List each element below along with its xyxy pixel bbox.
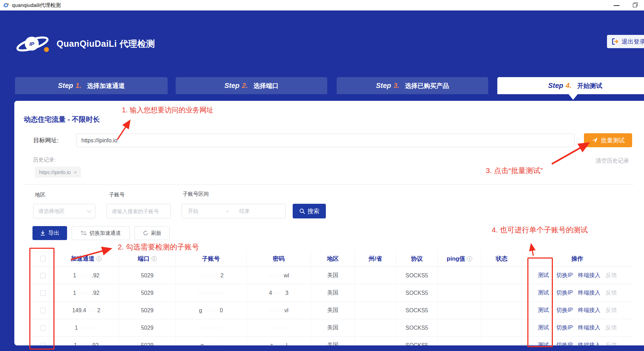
col-account: 子账号	[176, 251, 247, 267]
cell-state	[355, 337, 396, 345]
cell-channel: 1·······.92	[54, 284, 119, 302]
search-label: 搜索	[308, 207, 320, 215]
terminal-access-link[interactable]: 终端接入	[578, 342, 600, 345]
switch-ip-link[interactable]: 切换IP	[556, 289, 573, 297]
cell-region: 美国	[311, 319, 355, 337]
cell-protocol: SOCKS5	[396, 302, 438, 319]
clear-history-link[interactable]: 清空历史记录	[595, 157, 629, 165]
col-state: 州/省	[355, 251, 396, 267]
col-channel: 加速通道i	[54, 251, 119, 267]
highlight-rect-test-column	[527, 257, 553, 347]
batch-test-button[interactable]: 批量测试	[584, 133, 632, 147]
cell-account: ·············	[176, 284, 247, 302]
cell-state	[355, 267, 396, 284]
cell-port: 5029	[119, 284, 176, 302]
cell-password: z······l	[247, 337, 311, 345]
cell-ping	[438, 302, 481, 319]
feedback-link[interactable]: 反馈	[606, 307, 617, 314]
cell-channel: 1·········	[54, 319, 119, 337]
feedback-link[interactable]: 反馈	[606, 272, 617, 279]
col-port: 端口i	[119, 251, 176, 267]
cell-channel: 1·······.92	[54, 267, 119, 284]
col-status: 状态	[481, 251, 522, 267]
cell-account: ···········	[176, 319, 247, 337]
info-icon[interactable]: i	[467, 256, 472, 261]
annotation-step3: 3. 点击“批量测试”	[486, 166, 543, 176]
switch-ip-link[interactable]: 切换IP	[556, 307, 573, 314]
account-range-input[interactable]: 开始 - 结束	[182, 204, 286, 218]
redacted-text: ·······	[76, 272, 92, 279]
range-end-placeholder: 结束	[231, 208, 250, 215]
cell-account: g········0	[176, 302, 247, 319]
highlight-rect-checkbox-column	[29, 248, 54, 350]
region-select[interactable]: 请选择地区	[33, 204, 95, 218]
brand-logo-icon: IP	[16, 31, 51, 56]
window-title: quanqiudaili代理检测	[12, 2, 61, 9]
brand: IP QuanQiuDaiLi 代理检测	[16, 33, 155, 54]
cell-status	[481, 337, 522, 345]
chip-close-icon[interactable]: ×	[74, 169, 77, 175]
cell-protocol: SOCKS5	[396, 337, 438, 345]
range-start-placeholder: 开始	[182, 208, 224, 215]
send-icon	[592, 137, 598, 143]
cell-status	[481, 302, 522, 319]
batch-test-label: 批量测试	[601, 136, 625, 144]
annotation-step1: 1. 输入您想要访问的业务网址	[122, 105, 213, 115]
search-icon	[299, 208, 305, 214]
download-icon	[40, 230, 45, 236]
terminal-access-link[interactable]: 终端接入	[578, 272, 600, 279]
info-icon[interactable]: i	[152, 256, 157, 261]
cell-password: ········	[247, 319, 311, 337]
target-url-input[interactable]	[76, 134, 575, 147]
annotation-step2: 2. 勾选需要检测的子账号	[118, 242, 199, 252]
col-ping: ping值i	[438, 251, 481, 267]
terminal-access-link[interactable]: 终端接入	[578, 289, 600, 297]
terminal-access-link[interactable]: 终端接入	[578, 307, 600, 314]
cell-status	[481, 319, 522, 337]
cell-account: ··········2	[176, 267, 247, 284]
restore-button[interactable]	[633, 2, 638, 8]
search-button[interactable]: 搜索	[293, 204, 326, 218]
tab-step-1[interactable]: Step 1. 选择加速通道	[15, 77, 168, 94]
active-tab-pointer	[569, 94, 578, 100]
minimize-button[interactable]	[614, 5, 620, 6]
col-protocol: 协议	[396, 251, 438, 267]
logout-icon	[612, 38, 619, 45]
info-icon[interactable]: i	[96, 256, 102, 261]
cell-state	[355, 302, 396, 319]
logout-button[interactable]: 退出登录	[607, 35, 644, 48]
export-button[interactable]: 导出	[32, 226, 67, 240]
account-search-input[interactable]	[107, 204, 171, 218]
cell-ping	[438, 284, 481, 302]
switch-channel-button[interactable]: 切换加速通道	[72, 226, 130, 240]
cell-region: 美国	[311, 267, 355, 284]
product-title: 动态住宅流量 - 不限时长	[24, 115, 100, 124]
cell-status	[481, 284, 522, 302]
cell-port: 5029	[119, 302, 176, 319]
tab-step-3[interactable]: Step 3. 选择已购买产品	[337, 77, 488, 94]
history-chip[interactable]: https://ipinfo.io ×	[35, 167, 81, 178]
feedback-link[interactable]: 反馈	[606, 289, 617, 297]
terminal-access-link[interactable]: 终端接入	[578, 324, 600, 331]
refresh-button[interactable]: 刷新	[134, 226, 170, 240]
app-icon	[3, 2, 9, 8]
feedback-link[interactable]: 反馈	[606, 342, 617, 345]
section-divider	[24, 184, 634, 185]
range-separator: -	[224, 208, 231, 214]
col-region: 地区	[311, 251, 355, 267]
range-filter-label: 子账号区间	[183, 191, 209, 197]
tab-step-4[interactable]: Step 4. 开始测试	[497, 77, 644, 94]
cell-account: g········	[176, 337, 247, 345]
brand-title: QuanQiuDaiLi 代理检测	[57, 38, 155, 50]
switch-ip-link[interactable]: 切换IP	[556, 342, 573, 345]
region-select-placeholder: 请选择地区	[38, 208, 65, 215]
feedback-link[interactable]: 反馈	[606, 324, 617, 331]
switch-ip-link[interactable]: 切换IP	[556, 324, 573, 331]
cell-region: 美国	[311, 302, 355, 319]
switch-ip-link[interactable]: 切换IP	[556, 272, 573, 279]
tab-step-2[interactable]: Step 2. 选择端口	[176, 77, 327, 94]
cell-password: ·······wl	[247, 267, 311, 284]
target-url-label: 目标网址:	[33, 136, 59, 144]
cell-ping	[438, 319, 481, 337]
annotation-step4: 4. 也可进行单个子账号的测试	[492, 225, 588, 235]
